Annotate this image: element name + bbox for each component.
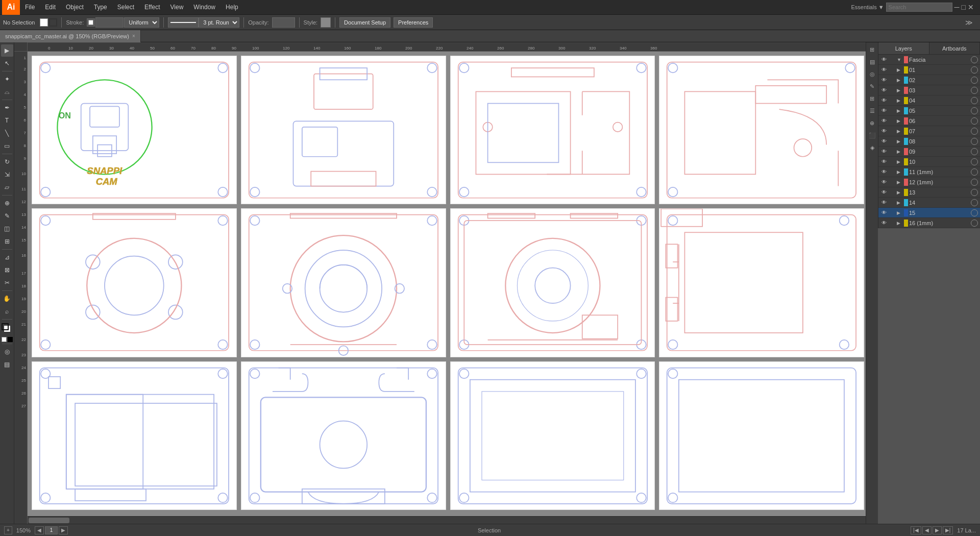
stroke-swatch[interactable] xyxy=(49,18,57,27)
panel-toggle-btn[interactable]: ≫ xyxy=(965,18,977,27)
slice-tool[interactable]: ⊠ xyxy=(1,264,13,276)
prev-artboard-btn[interactable]: ◀ xyxy=(35,526,44,534)
layer-row-05[interactable]: 👁 ▶ 05 xyxy=(878,106,980,116)
menu-window[interactable]: Window xyxy=(188,0,220,15)
stroke-color-box[interactable] xyxy=(87,18,95,27)
layer-expand-14[interactable]: ▶ xyxy=(897,200,903,205)
layer-target-15[interactable] xyxy=(971,209,978,216)
pen-tool[interactable]: ✒ xyxy=(1,102,13,114)
nav-next-btn[interactable]: ▶ xyxy=(933,526,942,534)
layer-lock-07[interactable] xyxy=(889,128,896,135)
layer-expand-09[interactable]: ▶ xyxy=(897,149,903,154)
layer-row-03[interactable]: 👁 ▶ 03 xyxy=(878,85,980,95)
layer-target-06[interactable] xyxy=(971,117,978,125)
horizontal-scrollbar[interactable] xyxy=(28,516,870,524)
layer-row-09[interactable]: 👁 ▶ 09 xyxy=(878,147,980,157)
document-setup-btn[interactable]: Document Setup xyxy=(339,17,390,28)
layer-lock-01[interactable] xyxy=(889,66,896,74)
layer-row-02[interactable]: 👁 ▶ 02 xyxy=(878,75,980,85)
new-layer-btn[interactable]: + xyxy=(4,526,12,534)
hand-tool[interactable]: ✋ xyxy=(1,293,13,305)
layer-lock-05[interactable] xyxy=(889,107,896,114)
minimize-btn[interactable]: ─ xyxy=(954,3,960,11)
rotate-tool[interactable]: ↻ xyxy=(1,156,13,168)
layer-expand-05[interactable]: ▶ xyxy=(897,108,903,113)
layer-target-08[interactable] xyxy=(971,138,978,145)
selection-tool[interactable]: ▶ xyxy=(1,44,13,57)
stroke-type-select[interactable]: Uniform xyxy=(124,17,159,28)
layer-target-07[interactable] xyxy=(971,128,978,135)
zoom-tool[interactable]: ⌕ xyxy=(1,305,13,318)
blend-tool[interactable]: ⊕ xyxy=(1,197,13,209)
menu-effect[interactable]: Effect xyxy=(139,0,165,15)
layer-target-11[interactable] xyxy=(971,168,978,176)
nav-start-btn[interactable]: |◀ xyxy=(911,526,921,534)
tab-close-btn[interactable]: × xyxy=(132,33,135,39)
layer-target-02[interactable] xyxy=(971,77,978,84)
layer-row-04[interactable]: 👁 ▶ 04 xyxy=(878,95,980,106)
layer-expand-01[interactable]: ▶ xyxy=(897,67,903,72)
layer-lock-08[interactable] xyxy=(889,138,896,145)
stroke-style-select[interactable]: 3 pt. Round xyxy=(199,17,239,28)
eyedropper-tool[interactable]: ✎ xyxy=(1,210,13,222)
layer-target-03[interactable] xyxy=(971,87,978,94)
layer-lock-12[interactable] xyxy=(889,179,896,186)
lasso-tool[interactable]: ⌓ xyxy=(1,86,13,98)
h-scroll-thumb[interactable] xyxy=(29,518,69,523)
menu-view[interactable]: View xyxy=(165,0,189,15)
layer-lock-09[interactable] xyxy=(889,148,896,155)
canvas[interactable]: ON SNAPPI CAM xyxy=(28,52,870,516)
close-btn[interactable]: ✕ xyxy=(968,3,974,11)
panel-icon-7[interactable]: ⊕ xyxy=(867,118,877,128)
layer-lock-11[interactable] xyxy=(889,168,896,176)
panel-icon-3[interactable]: ◎ xyxy=(867,69,877,79)
panel-icon-4[interactable]: ✎ xyxy=(867,81,877,91)
gradient-tool[interactable]: ◫ xyxy=(1,223,13,235)
menu-help[interactable]: Help xyxy=(220,0,243,15)
fill-swatch[interactable] xyxy=(40,18,48,27)
layer-target-10[interactable] xyxy=(971,158,978,165)
layer-row-07[interactable]: 👁 ▶ 07 xyxy=(878,126,980,136)
artboard-number-input[interactable] xyxy=(45,526,58,534)
panel-icon-2[interactable]: ▤ xyxy=(867,57,877,67)
layer-target-09[interactable] xyxy=(971,148,978,155)
search-input[interactable] xyxy=(886,3,952,12)
magic-wand-tool[interactable]: ✦ xyxy=(1,73,13,85)
fill-color-control[interactable] xyxy=(2,323,13,334)
scale-tool[interactable]: ⇲ xyxy=(1,168,13,181)
menu-type[interactable]: Type xyxy=(89,0,112,15)
layer-expand-07[interactable]: ▶ xyxy=(897,129,903,134)
layer-vis-10[interactable]: 👁 xyxy=(880,158,888,165)
layer-row-14[interactable]: 👁 ▶ 14 xyxy=(878,198,980,208)
menu-object[interactable]: Object xyxy=(61,0,89,15)
stroke-width-input[interactable]: 0.1 mm xyxy=(95,17,124,28)
layer-vis-02[interactable]: 👁 xyxy=(880,77,888,84)
panel-icon-8[interactable]: ⬛ xyxy=(867,130,877,140)
layer-vis-09[interactable]: 👁 xyxy=(880,148,888,155)
drawing-mode-btn[interactable]: ◎ xyxy=(1,346,13,358)
scissors-tool[interactable]: ✂ xyxy=(1,277,13,289)
panel-icon-1[interactable]: ⊞ xyxy=(867,44,877,55)
layer-vis-01[interactable]: 👁 xyxy=(880,66,888,74)
direct-selection-tool[interactable]: ↖ xyxy=(1,57,13,69)
nav-end-btn[interactable]: ▶| xyxy=(943,526,953,534)
layer-lock-15[interactable] xyxy=(889,209,896,216)
tab-layers[interactable]: Layers xyxy=(878,42,929,54)
layer-lock-04[interactable] xyxy=(889,97,896,104)
layer-row-13[interactable]: 👁 ▶ 13 xyxy=(878,187,980,198)
layer-row-fascia[interactable]: 👁 ▼ Fascia xyxy=(878,55,980,65)
screen-mode-btn[interactable]: ▤ xyxy=(1,358,13,371)
document-tab[interactable]: snappicam_cc_master.ai @ 150% (RGB/Previ… xyxy=(0,30,141,42)
style-swatch[interactable] xyxy=(321,17,331,28)
layer-lock-16[interactable] xyxy=(889,220,896,227)
layer-vis-03[interactable]: 👁 xyxy=(880,87,888,94)
layer-target-14[interactable] xyxy=(971,199,978,206)
opacity-input[interactable]: 100% xyxy=(272,17,295,28)
layer-vis-06[interactable]: 👁 xyxy=(880,117,888,125)
line-tool[interactable]: ╲ xyxy=(1,127,13,139)
layer-row-08[interactable]: 👁 ▶ 08 xyxy=(878,136,980,147)
layer-expand-10[interactable]: ▶ xyxy=(897,159,903,164)
layer-expand-02[interactable]: ▶ xyxy=(897,78,903,83)
layer-expand-fascia[interactable]: ▼ xyxy=(897,57,903,62)
layer-row-11[interactable]: 👁 ▶ 11 (1mm) xyxy=(878,167,980,177)
